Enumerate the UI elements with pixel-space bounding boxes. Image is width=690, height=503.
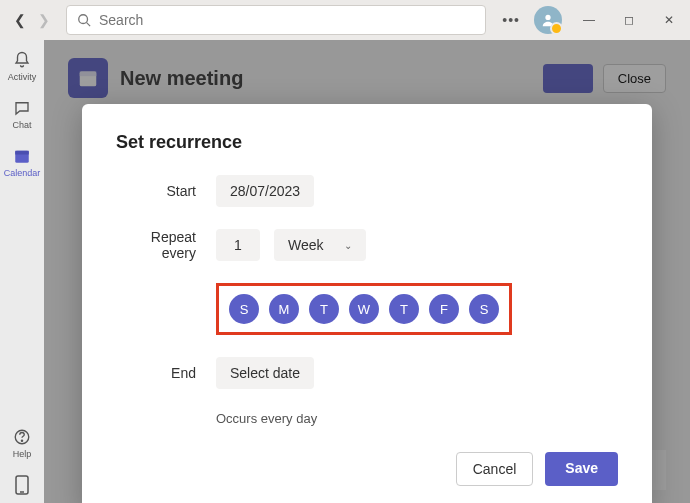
day-tuesday[interactable]: T bbox=[309, 294, 339, 324]
title-bar: ❮ ❯ ••• — ◻ ✕ bbox=[0, 0, 690, 40]
day-sunday[interactable]: S bbox=[229, 294, 259, 324]
sidebar: Activity Chat Calendar Help bbox=[0, 40, 44, 503]
repeat-unit-select[interactable]: Week ⌄ bbox=[274, 229, 366, 261]
day-thursday[interactable]: T bbox=[389, 294, 419, 324]
search-input[interactable] bbox=[66, 5, 486, 35]
chevron-down-icon: ⌄ bbox=[344, 240, 352, 251]
search-field[interactable] bbox=[99, 12, 475, 28]
sidebar-item-calendar[interactable]: Calendar bbox=[4, 146, 41, 178]
bell-icon bbox=[12, 50, 32, 70]
repeat-count-input[interactable]: 1 bbox=[216, 229, 260, 261]
day-saturday[interactable]: S bbox=[469, 294, 499, 324]
modal-title: Set recurrence bbox=[116, 132, 618, 153]
sidebar-item-help[interactable]: Help bbox=[12, 427, 32, 459]
sidebar-label: Chat bbox=[12, 120, 31, 130]
svg-point-0 bbox=[79, 15, 88, 24]
help-icon bbox=[12, 427, 32, 447]
sidebar-label: Activity bbox=[8, 72, 37, 82]
day-friday[interactable]: F bbox=[429, 294, 459, 324]
calendar-icon bbox=[12, 146, 32, 166]
day-wednesday[interactable]: W bbox=[349, 294, 379, 324]
svg-point-6 bbox=[21, 440, 22, 441]
maximize-icon[interactable]: ◻ bbox=[616, 13, 642, 27]
svg-rect-4 bbox=[15, 151, 29, 155]
cancel-button[interactable]: Cancel bbox=[456, 452, 534, 486]
sidebar-label: Help bbox=[13, 449, 32, 459]
sidebar-item-activity[interactable]: Activity bbox=[8, 50, 37, 82]
main-area: New meeting Close B I U S | ∀ A AА Parag… bbox=[44, 40, 690, 503]
phone-icon bbox=[12, 475, 32, 495]
person-icon bbox=[541, 13, 555, 27]
nav-forward-icon[interactable]: ❯ bbox=[32, 12, 56, 28]
nav-back-icon[interactable]: ❮ bbox=[8, 12, 32, 28]
days-selector-highlight: S M T W T F S bbox=[216, 283, 512, 335]
sidebar-label: Calendar bbox=[4, 168, 41, 178]
more-icon[interactable]: ••• bbox=[502, 12, 520, 28]
save-button[interactable]: Save bbox=[545, 452, 618, 486]
avatar[interactable] bbox=[534, 6, 562, 34]
svg-line-1 bbox=[87, 23, 91, 27]
minimize-icon[interactable]: — bbox=[576, 13, 602, 27]
close-icon[interactable]: ✕ bbox=[656, 13, 682, 27]
modal-overlay: Set recurrence Start 28/07/2023 Repeat e… bbox=[44, 40, 690, 503]
end-label: End bbox=[116, 365, 202, 381]
day-monday[interactable]: M bbox=[269, 294, 299, 324]
recurrence-summary: Occurs every day bbox=[216, 411, 618, 426]
end-date-input[interactable]: Select date bbox=[216, 357, 314, 389]
recurrence-modal: Set recurrence Start 28/07/2023 Repeat e… bbox=[82, 104, 652, 503]
search-icon bbox=[77, 13, 91, 27]
start-date-input[interactable]: 28/07/2023 bbox=[216, 175, 314, 207]
sidebar-item-chat[interactable]: Chat bbox=[12, 98, 32, 130]
sidebar-item-device[interactable] bbox=[12, 475, 32, 495]
start-label: Start bbox=[116, 183, 202, 199]
chat-icon bbox=[12, 98, 32, 118]
svg-point-2 bbox=[545, 15, 550, 20]
repeat-label: Repeat every bbox=[116, 229, 202, 261]
